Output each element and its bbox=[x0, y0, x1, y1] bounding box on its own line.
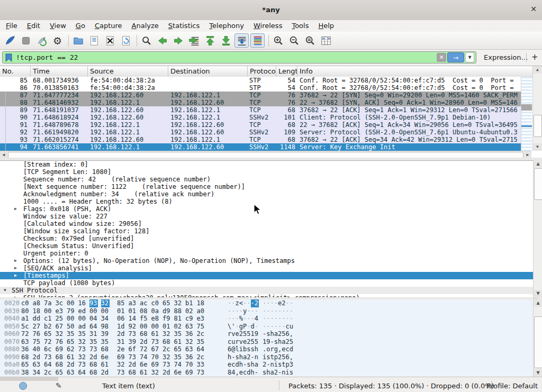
hex-byte[interactable]: 74 bbox=[174, 361, 183, 369]
hex-byte[interactable]: a1 bbox=[21, 315, 30, 323]
intelligent-scrollbar-minimap[interactable] bbox=[521, 77, 532, 151]
detail-line[interactable]: Sequence number: 42 (relative sequence n… bbox=[0, 176, 534, 183]
hex-byte[interactable]: 68 bbox=[56, 361, 64, 369]
hex-byte[interactable]: 35 bbox=[174, 330, 183, 338]
hex-byte[interactable]: a3 bbox=[129, 299, 137, 307]
hex-byte[interactable]: 2c bbox=[197, 353, 205, 361]
collapse-arrow-icon[interactable]: ▼ bbox=[4, 287, 6, 294]
hex-byte[interactable]: 36 bbox=[185, 353, 194, 361]
column-header-protocol[interactable]: Protocol bbox=[248, 66, 276, 77]
hex-byte[interactable]: 69 bbox=[56, 345, 64, 353]
capture-options-button[interactable]: ⚙ bbox=[50, 33, 65, 48]
zoom-reset-button[interactable] bbox=[303, 33, 317, 48]
column-header-source[interactable]: Source bbox=[88, 66, 168, 77]
packet-row-92[interactable]: 9271.661949820192.168.122.1192.168.122.6… bbox=[0, 129, 521, 136]
hex-byte[interactable]: 32 bbox=[56, 330, 64, 338]
hex-byte[interactable]: 08 bbox=[140, 307, 148, 315]
hex-byte[interactable]: 40 bbox=[33, 345, 41, 353]
hex-byte[interactable]: d9 bbox=[162, 307, 171, 315]
detail-line[interactable]: Urgent pointer: 0 bbox=[0, 250, 534, 257]
hex-byte[interactable]: 2d bbox=[89, 353, 98, 361]
packet-row-85[interactable]: 8568.001734936fe:54:00:d4:38:2aSTP54Conf… bbox=[0, 77, 521, 84]
hex-row-0030[interactable]: 0030801800e379ed00000101080ad98802a0····… bbox=[0, 307, 542, 315]
hex-byte[interactable]: 32 bbox=[78, 353, 87, 361]
hex-row-0070[interactable]: 0070637572766532353531392d7368613235curv… bbox=[0, 338, 542, 346]
hex-byte[interactable]: 35 bbox=[78, 330, 87, 338]
hex-byte[interactable]: 39 bbox=[129, 338, 137, 346]
hex-byte[interactable]: 25 bbox=[56, 315, 64, 323]
hex-byte[interactable]: 32 bbox=[101, 299, 110, 307]
hex-byte[interactable]: 64 bbox=[44, 361, 52, 369]
hex-byte[interactable]: 2d bbox=[117, 330, 125, 338]
hex-byte[interactable]: 00 bbox=[89, 307, 98, 315]
hex-byte[interactable]: 5c bbox=[21, 323, 30, 331]
hex-byte[interactable]: 35 bbox=[67, 330, 75, 338]
hex-byte[interactable]: ed bbox=[78, 307, 87, 315]
reload-file-button[interactable] bbox=[119, 33, 133, 48]
hex-byte[interactable]: 32 bbox=[117, 361, 125, 369]
hex-byte[interactable]: 98 bbox=[101, 323, 110, 331]
scroll-down-icon[interactable]: ▼ bbox=[533, 143, 542, 151]
hex-byte[interactable]: 32 bbox=[151, 369, 160, 377]
hex-byte[interactable]: 63 bbox=[185, 323, 194, 331]
hex-byte[interactable]: 2d bbox=[67, 361, 75, 369]
scroll-thumb[interactable] bbox=[534, 115, 542, 137]
hex-byte[interactable]: 18 bbox=[197, 299, 205, 307]
hex-byte[interactable]: f9 bbox=[162, 315, 171, 323]
hex-byte[interactable]: 35 bbox=[101, 338, 110, 346]
hex-byte[interactable]: 02 bbox=[185, 307, 194, 315]
hex-byte[interactable]: 36 bbox=[21, 345, 30, 353]
scroll-up-icon[interactable]: ▲ bbox=[533, 66, 542, 74]
hex-byte[interactable]: 63 bbox=[21, 338, 30, 346]
colorize-button[interactable] bbox=[250, 33, 265, 48]
menu-telephony[interactable]: Telephony bbox=[204, 20, 249, 32]
hex-byte[interactable]: 2d bbox=[129, 361, 137, 369]
hex-byte[interactable]: 38 bbox=[21, 369, 30, 377]
hex-byte[interactable]: 3c bbox=[56, 299, 64, 307]
detail-line[interactable]: TCP payload (1080 bytes) bbox=[0, 279, 534, 287]
detail-line[interactable]: ▶[SEQ/ACK analysis] bbox=[0, 265, 534, 272]
hex-byte[interactable]: ad bbox=[78, 323, 87, 331]
hex-byte[interactable]: 73 bbox=[129, 353, 137, 361]
close-file-button[interactable] bbox=[103, 33, 117, 48]
hex-row-0040[interactable]: 0040a1ddc125000004340614f5e8f981c9e3···%… bbox=[0, 315, 542, 323]
hex-byte[interactable]: 65 bbox=[67, 338, 75, 346]
ascii-char[interactable]: · bbox=[255, 323, 259, 331]
expert-info-icon[interactable] bbox=[19, 382, 27, 390]
hex-byte[interactable]: c0 bbox=[151, 299, 160, 307]
hex-byte[interactable]: 76 bbox=[56, 338, 64, 346]
hex-byte[interactable]: 76 bbox=[33, 330, 41, 338]
hex-byte[interactable]: 69 bbox=[117, 353, 125, 361]
auto-scroll-button[interactable] bbox=[234, 33, 249, 48]
hex-byte[interactable]: 88 bbox=[174, 307, 183, 315]
hex-byte[interactable]: c1 bbox=[44, 315, 52, 323]
hex-byte[interactable]: 32 bbox=[185, 338, 194, 346]
ascii-char[interactable]: u bbox=[290, 323, 294, 331]
scroll-thumb[interactable] bbox=[534, 168, 542, 200]
expand-arrow-icon[interactable]: ▶ bbox=[14, 257, 17, 265]
menu-analyze[interactable]: Analyze bbox=[127, 20, 164, 32]
detail-line[interactable]: Checksum: 0x79ed [unverified] bbox=[0, 235, 534, 242]
menu-capture[interactable]: Capture bbox=[90, 20, 127, 32]
column-header-info[interactable]: Info bbox=[297, 66, 542, 77]
ascii-char[interactable]: · bbox=[255, 307, 259, 315]
go-back-button[interactable] bbox=[155, 33, 169, 48]
ascii-char[interactable]: · bbox=[290, 307, 294, 315]
detail-line[interactable]: [Calculated window size: 29056] bbox=[0, 220, 534, 227]
menu-go[interactable]: Go bbox=[71, 20, 90, 32]
hex-byte[interactable]: 01 bbox=[129, 307, 137, 315]
hex-byte[interactable]: 75 bbox=[197, 323, 205, 331]
hex-byte[interactable]: 80 bbox=[21, 307, 30, 315]
detail-line[interactable]: Window size value: 227 bbox=[0, 213, 534, 220]
detail-line[interactable]: ▶Flags: 0x018 (PSH, ACK) bbox=[0, 205, 534, 213]
hex-byte[interactable]: 00 bbox=[67, 299, 75, 307]
hex-byte[interactable]: 70 bbox=[151, 353, 160, 361]
hex-byte[interactable]: 2d bbox=[162, 369, 171, 377]
menu-statistics[interactable]: Statistics bbox=[164, 20, 204, 32]
go-first-packet-button[interactable] bbox=[203, 33, 217, 48]
hex-byte[interactable]: 35 bbox=[197, 338, 205, 346]
restart-capture-button[interactable] bbox=[34, 33, 49, 48]
ascii-char[interactable]: , bbox=[290, 330, 294, 338]
detail-line[interactable]: Acknowledgment number: 34 (relative ack … bbox=[0, 190, 534, 198]
hex-byte[interactable]: 32 bbox=[174, 299, 183, 307]
